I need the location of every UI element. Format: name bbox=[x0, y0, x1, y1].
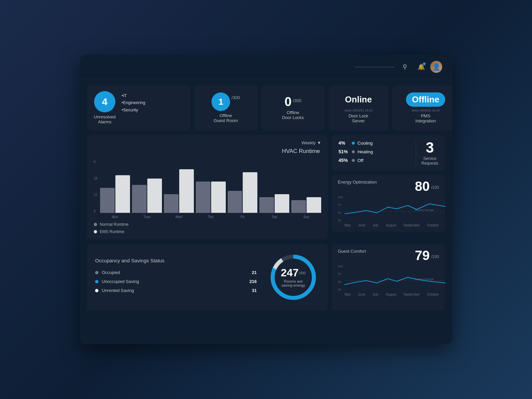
pms-integration-card[interactable]: Offline since 19/02/21 15:13 PMSIntegrat… bbox=[392, 85, 452, 130]
bar-group bbox=[259, 194, 289, 213]
dept-it: •IT bbox=[122, 92, 145, 99]
service-label: ServiceRequests bbox=[421, 156, 438, 166]
bar-group bbox=[132, 179, 162, 213]
unrented-row: Unrented Saving 31 bbox=[95, 288, 257, 293]
bell-wrapper[interactable]: 🔔 bbox=[412, 63, 425, 70]
y-label-12: 12 bbox=[94, 193, 97, 197]
occupied-row: Occupied 21 bbox=[95, 270, 257, 275]
hvac-right: 4% Cooling 51% Heating 45% Off bbox=[332, 135, 445, 239]
door-locks-count: 0 bbox=[285, 95, 292, 108]
unrented-dot bbox=[95, 289, 98, 292]
alarms-count: 4 bbox=[94, 91, 115, 112]
chart-with-axis: h 18 12 6 MonTuesWedThuFriSatSun bbox=[94, 160, 321, 219]
bar-group bbox=[291, 197, 321, 213]
energy-svg: Industry Average bbox=[344, 196, 446, 222]
off-dot bbox=[352, 159, 355, 162]
energy-score: 80 bbox=[415, 179, 430, 194]
dept-security: •Security bbox=[122, 107, 145, 114]
weekly-button[interactable]: Weekly ▼ bbox=[302, 140, 321, 145]
guest-chart: 100 75 50 25 Industry Average bbox=[338, 265, 439, 291]
x-label: Thu bbox=[196, 215, 226, 219]
dept-list: •IT •Engineering •Security bbox=[122, 92, 145, 114]
energy-score-wrapper: 80 /100 bbox=[415, 180, 439, 193]
legend-ems: EMS Runtime bbox=[94, 229, 321, 234]
guest-y-axis: 100 75 50 25 bbox=[338, 265, 343, 291]
cooling-dot bbox=[352, 142, 355, 145]
guest-room-card[interactable]: 1 /300 OfflineGuest Room bbox=[194, 85, 257, 130]
energy-header: Energy Optimization 80 /100 bbox=[338, 180, 439, 193]
x-label: Sun bbox=[291, 215, 321, 219]
dashboard: ⚲ 🔔 👤 4 UnresolvedAlarms •IT •Engineerin… bbox=[80, 55, 452, 344]
off-pct: 45% bbox=[338, 158, 349, 163]
dept-engineering: •Engineering bbox=[122, 99, 145, 106]
guest-room-total: /300 bbox=[231, 95, 240, 100]
alarm-departments: •IT •Engineering •Security bbox=[122, 91, 145, 116]
y-label-6: 6 bbox=[94, 209, 97, 213]
donut-value: 247/300 bbox=[281, 267, 306, 278]
unrented-count: 31 bbox=[252, 288, 257, 293]
bars-container bbox=[100, 160, 321, 213]
energy-y-axis: 100 75 50 25 bbox=[338, 196, 343, 222]
door-locks-label: OfflineDoor Locks bbox=[282, 110, 304, 120]
bar-ems bbox=[307, 197, 321, 213]
alarms-card[interactable]: 4 UnresolvedAlarms •IT •Engineering •Sec… bbox=[87, 85, 190, 130]
bar-normal bbox=[228, 191, 242, 213]
y-label-h: h bbox=[94, 160, 97, 164]
unoccupied-dot bbox=[95, 280, 98, 283]
door-locks-card[interactable]: 0 /300 OfflineDoor Locks bbox=[261, 85, 325, 130]
guest-x-labels: May June July August September October bbox=[338, 293, 439, 296]
guest-room-count: 1 bbox=[211, 92, 230, 111]
search-bar: ⚲ bbox=[355, 63, 407, 70]
y-axis: h 18 12 6 bbox=[94, 160, 100, 213]
occupancy-card: Occupancy and Savings Status Occupied 21… bbox=[87, 244, 328, 311]
energy-x-labels: May June July August September October bbox=[338, 223, 439, 227]
hvac-percentages: 4% Cooling 51% Heating 45% Off bbox=[338, 140, 410, 166]
search-line bbox=[355, 67, 395, 67]
energy-card: Energy Optimization 80 /100 100 75 50 25 bbox=[332, 175, 445, 232]
hvac-stats-card: 4% Cooling 51% Heating 45% Off bbox=[332, 135, 445, 171]
bar-group bbox=[196, 182, 226, 213]
guest-svg: Industry Average bbox=[344, 265, 446, 291]
donut-center: 247/300 Rooms aresaving energy bbox=[281, 267, 306, 287]
bar-normal bbox=[132, 185, 147, 213]
guest-score-wrapper: 79 /100 bbox=[415, 249, 439, 262]
weekly-label: Weekly bbox=[302, 140, 316, 145]
unoccupied-count: 216 bbox=[249, 279, 257, 284]
x-labels: MonTuesWedThuFriSatSun bbox=[100, 215, 321, 219]
occupancy-left: Occupancy and Savings Status Occupied 21… bbox=[95, 258, 257, 297]
bar-ems bbox=[179, 169, 194, 213]
avatar[interactable]: 👤 bbox=[430, 61, 442, 73]
pms-integration-status: Offline bbox=[406, 92, 445, 107]
door-lock-server-card[interactable]: Online since 20/02/21 16:13 Door LockSer… bbox=[329, 85, 388, 130]
bar-ems bbox=[147, 179, 162, 213]
search-icon[interactable]: ⚲ bbox=[403, 63, 407, 70]
energy-title: Energy Optimization bbox=[338, 180, 377, 185]
door-lock-server-status: Online bbox=[339, 92, 378, 107]
chevron-down-icon: ▼ bbox=[317, 140, 321, 145]
unoccupied-row: Unoccupied Saving 216 bbox=[95, 279, 257, 284]
y-label-18: 18 bbox=[94, 177, 97, 180]
x-label: Wed bbox=[164, 215, 194, 219]
door-lock-server-label: Door LockServer bbox=[348, 113, 368, 123]
bar-normal bbox=[100, 188, 115, 213]
legend-dot-ems bbox=[94, 230, 97, 233]
legend-normal: Normal Runtime bbox=[94, 222, 321, 227]
energy-total: /100 bbox=[431, 185, 439, 190]
x-label: Mon bbox=[100, 215, 130, 219]
guest-header: Guest Comfort 79 /100 bbox=[338, 249, 439, 262]
donut-label: Rooms aresaving energy bbox=[281, 279, 306, 287]
x-label: Fri bbox=[228, 215, 258, 219]
off-label: Off bbox=[357, 158, 363, 163]
bar-group bbox=[228, 172, 258, 213]
guest-room-stat: 1 /300 bbox=[211, 92, 240, 111]
occupied-dot bbox=[95, 271, 98, 274]
bar-ems bbox=[243, 172, 257, 213]
x-label: Sat bbox=[259, 215, 289, 219]
bar-normal bbox=[196, 182, 210, 213]
bar-group bbox=[164, 169, 194, 213]
off-row: 45% Off bbox=[338, 158, 410, 163]
legend-normal-label: Normal Runtime bbox=[100, 222, 129, 227]
donut-total: /300 bbox=[299, 271, 306, 275]
door-lock-server-since: since 20/02/21 16:13 bbox=[344, 109, 372, 112]
guest-comfort-card: Guest Comfort 79 /100 100 75 50 25 bbox=[332, 244, 445, 311]
